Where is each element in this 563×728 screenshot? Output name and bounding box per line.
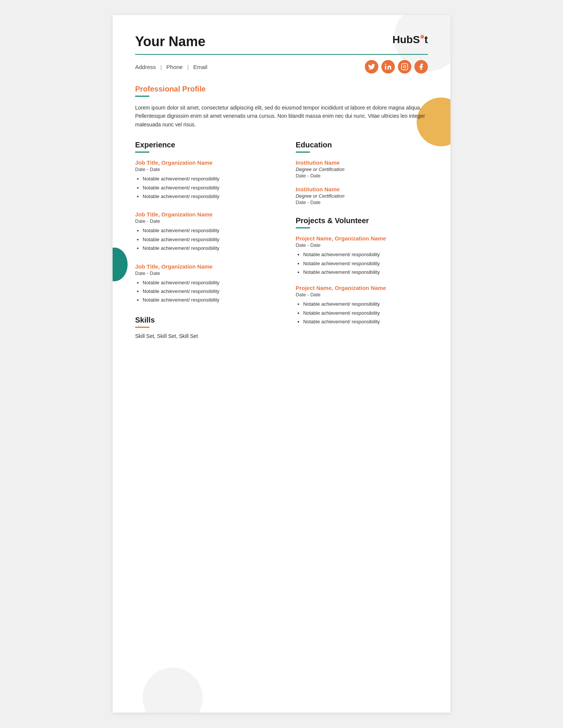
contact-info: Address | Phone | Email	[135, 64, 207, 70]
facebook-icon[interactable]	[414, 60, 428, 74]
projects-title: Projects & Volunteer	[296, 216, 428, 225]
bullet: Notable achievement/ responsibility	[303, 259, 428, 268]
bullet: Notable achievement/ responsibility	[303, 309, 428, 317]
profile-title: Professional Profile	[135, 85, 428, 93]
col-right: Education Institution Name Degree or Cer…	[296, 141, 428, 339]
bullet: Notable achievement/ responsibility	[303, 268, 428, 276]
job-entry-2: Job Title, Organization Name Date - Date…	[135, 211, 281, 252]
job-title-2: Job Title, Organization Name	[135, 211, 281, 218]
bullet: Notable achievement/ responsibility	[143, 235, 281, 244]
degree-2: Degree or Certification	[296, 193, 428, 199]
hubspot-logo: HubSt	[393, 34, 428, 46]
job-bullets-2: Notable achievement/ responsibility Nota…	[135, 226, 281, 252]
profile-section: Professional Profile Lorem ipsum dolor s…	[135, 85, 428, 129]
spot-s: S	[413, 34, 420, 46]
education-title: Education	[296, 141, 428, 149]
skills-section: Skills Skill Set, Skill Set, Skill Set	[135, 316, 281, 339]
edu-date-1: Date - Date	[296, 173, 428, 179]
bullet: Notable achievement/ responsibility	[143, 287, 281, 296]
projects-section: Projects & Volunteer Project Name, Organ…	[296, 216, 428, 326]
institution-2: Institution Name	[296, 186, 428, 192]
bullet: Notable achievement/ responsibility	[143, 278, 281, 287]
job-title-3: Job Title, Organization Name	[135, 263, 281, 270]
deco-circle-bottom-left	[143, 668, 203, 713]
resume-page: Your Name HubSt Address | Phone | Email	[113, 15, 450, 713]
projects-underline	[296, 227, 310, 228]
bullet: Notable achievement/ responsibility	[143, 183, 281, 192]
bullet: Notable achievement/ responsibility	[143, 296, 281, 304]
bullet: Notable achievement/ responsibility	[303, 250, 428, 259]
job-entry-3: Job Title, Organization Name Date - Date…	[135, 263, 281, 305]
bullet: Notable achievement/ responsibility	[143, 226, 281, 235]
skills-underline	[135, 327, 149, 328]
job-date-2: Date - Date	[135, 218, 281, 224]
header-divider	[135, 54, 428, 55]
linkedin-icon[interactable]	[381, 60, 395, 74]
job-entry-1: Job Title, Organization Name Date - Date…	[135, 159, 281, 201]
project-date-2: Date - Date	[296, 292, 428, 297]
bullet: Notable achievement/ responsibility	[303, 300, 428, 308]
bullet: Notable achievement/ responsibility	[143, 244, 281, 252]
col-left: Experience Job Title, Organization Name …	[135, 141, 281, 339]
project-date-1: Date - Date	[296, 242, 428, 248]
project-bullets-1: Notable achievement/ responsibility Nota…	[296, 250, 428, 276]
project-name-1: Project Name, Organization Name	[296, 235, 428, 242]
svg-point-0	[385, 64, 386, 65]
twitter-icon[interactable]	[365, 60, 378, 74]
sep1: |	[160, 64, 162, 70]
degree-1: Degree or Certification	[296, 167, 428, 172]
project-entry-2: Project Name, Organization Name Date - D…	[296, 285, 428, 326]
profile-underline	[135, 96, 149, 97]
job-bullets-1: Notable achievement/ responsibility Nota…	[135, 174, 281, 201]
experience-underline	[135, 152, 149, 153]
institution-1: Institution Name	[296, 159, 428, 166]
experience-title: Experience	[135, 141, 281, 149]
project-entry-1: Project Name, Organization Name Date - D…	[296, 235, 428, 276]
address: Address	[135, 64, 156, 70]
profile-text: Lorem ipsum dolor sit amet, consectetur …	[135, 104, 428, 129]
bullet: Notable achievement/ responsibility	[303, 317, 428, 326]
spot-t: t	[425, 34, 428, 46]
edu-entry-1: Institution Name Degree or Certification…	[296, 159, 428, 179]
sep2: |	[187, 64, 189, 70]
svg-rect-1	[402, 64, 408, 70]
hub-text: Hub	[393, 34, 413, 46]
hub-dot	[420, 35, 424, 39]
education-section: Education Institution Name Degree or Cer…	[296, 141, 428, 205]
education-underline	[296, 152, 310, 153]
two-col-section: Experience Job Title, Organization Name …	[135, 141, 428, 339]
job-bullets-3: Notable achievement/ responsibility Nota…	[135, 278, 281, 305]
edu-entry-2: Institution Name Degree or Certification…	[296, 186, 428, 205]
candidate-name: Your Name	[135, 34, 205, 50]
job-date-1: Date - Date	[135, 167, 281, 172]
skills-title: Skills	[135, 316, 281, 324]
phone: Phone	[166, 64, 182, 70]
deco-circle-teal	[113, 248, 128, 281]
bullet: Notable achievement/ responsibility	[143, 192, 281, 201]
instagram-icon[interactable]	[398, 60, 411, 74]
job-title-1: Job Title, Organization Name	[135, 159, 281, 166]
edu-date-2: Date - Date	[296, 200, 428, 205]
social-icons	[365, 60, 428, 74]
header: Your Name HubSt	[135, 34, 428, 50]
skills-text: Skill Set, Skill Set, Skill Set	[135, 333, 281, 339]
job-date-3: Date - Date	[135, 270, 281, 276]
contact-row: Address | Phone | Email	[135, 60, 428, 74]
email: Email	[193, 64, 208, 70]
project-bullets-2: Notable achievement/ responsibility Nota…	[296, 300, 428, 326]
project-name-2: Project Name, Organization Name	[296, 285, 428, 291]
bullet: Notable achievement/ responsibility	[143, 174, 281, 183]
